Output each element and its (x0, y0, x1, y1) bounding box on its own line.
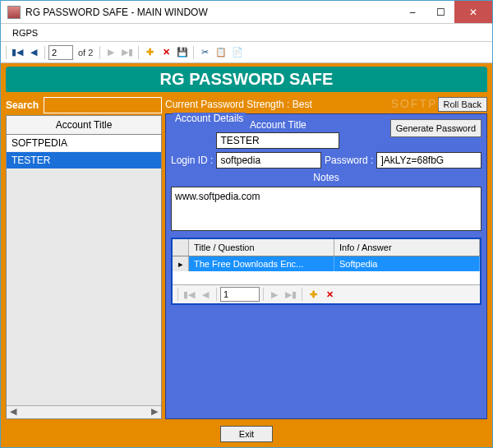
search-label: Search (6, 99, 39, 111)
sub-nav-prev-icon[interactable]: ◀ (198, 287, 213, 302)
scroll-left-icon[interactable]: ◀ (7, 406, 20, 418)
sub-nav-first-icon[interactable]: ▮◀ (182, 287, 196, 302)
qa-subgrid: Title / Question Info / Answer ▸ The Fre… (171, 238, 481, 305)
login-id-label: Login ID : (171, 155, 213, 166)
grid-row[interactable]: TESTER (7, 152, 161, 169)
nav-first-icon[interactable]: ▮◀ (10, 45, 25, 60)
menubar: RGPS (1, 24, 492, 42)
maximize-button[interactable] (426, 1, 454, 23)
paste-icon[interactable]: 📄 (230, 45, 245, 60)
sub-page-input[interactable] (220, 287, 260, 302)
delete-icon[interactable]: ✕ (159, 45, 173, 60)
sub-navigator: ▮◀ ◀ ▶ ▶▮ ✚ ✕ (173, 284, 480, 303)
sub-col-info[interactable]: Info / Answer (334, 239, 480, 256)
sub-rowheader[interactable] (173, 239, 189, 256)
page-input[interactable] (48, 45, 73, 60)
minimize-button[interactable] (399, 1, 426, 23)
sub-nav-last-icon[interactable]: ▶▮ (283, 287, 298, 302)
password-input[interactable] (376, 152, 481, 169)
sub-col-title[interactable]: Title / Question (189, 239, 334, 256)
window-title: RG PASSWORD SAFE - MAIN WINDOW (25, 7, 399, 18)
grid-header[interactable]: Account Title (7, 116, 161, 135)
content-area: RG PASSWORD SAFE Search Account Title SO… (1, 63, 492, 447)
search-input[interactable] (44, 97, 162, 113)
nav-next-icon[interactable]: ▶ (104, 45, 118, 60)
copy-icon[interactable]: 📋 (214, 45, 228, 60)
scroll-right-icon[interactable]: ▶ (148, 406, 161, 418)
sub-nav-next-icon[interactable]: ▶ (267, 287, 282, 302)
login-id-input[interactable] (216, 152, 321, 169)
sub-row-indicator-icon[interactable]: ▸ (173, 256, 189, 271)
accounts-grid: Account Title SOFTPEDIA TESTER ◀ ▶ (6, 115, 162, 419)
group-label: Account Details (173, 113, 246, 124)
nav-last-icon[interactable]: ▶▮ (120, 45, 135, 60)
grid-scrollbar[interactable]: ◀ ▶ (7, 405, 161, 418)
titlebar: RG PASSWORD SAFE - MAIN WINDOW (1, 1, 492, 24)
app-title: RG PASSWORD SAFE (6, 67, 487, 92)
cut-icon[interactable]: ✂ (197, 45, 212, 60)
main-window: RG PASSWORD SAFE - MAIN WINDOW RGPS ▮◀ ◀… (0, 0, 493, 448)
password-label: Password : (325, 155, 373, 166)
rollback-button[interactable]: Roll Back (438, 97, 487, 112)
nav-prev-icon[interactable]: ◀ (26, 45, 41, 60)
page-of-label: of 2 (75, 48, 96, 58)
right-column: Current Password Strength : Best SOFTPED… (165, 97, 487, 419)
notes-label: Notes (171, 172, 481, 183)
main-toolbar: ▮◀ ◀ of 2 ▶ ▶▮ ✚ ✕ 💾 ✂ 📋 📄 (1, 42, 492, 63)
menu-rgps[interactable]: RGPS (6, 26, 44, 39)
sub-delete-icon[interactable]: ✕ (322, 287, 337, 302)
generate-password-button[interactable]: Generate Password (390, 119, 481, 137)
account-title-input[interactable] (216, 132, 339, 149)
app-icon (7, 6, 21, 19)
add-icon[interactable]: ✚ (142, 45, 157, 60)
close-button[interactable] (454, 1, 492, 23)
account-details-group: Account Details Account Title Generate P… (165, 113, 487, 419)
sub-cell[interactable]: Softpedia (334, 256, 480, 271)
exit-button[interactable]: Exit (220, 426, 273, 442)
sub-cell[interactable]: The Free Downloads Enc... (189, 256, 334, 271)
notes-textarea[interactable]: www.softpedia.com (171, 187, 481, 231)
strength-label: Current Password Strength : Best (165, 99, 433, 110)
left-column: Search Account Title SOFTPEDIA TESTER ◀ … (6, 97, 162, 419)
sub-add-icon[interactable]: ✚ (306, 287, 320, 302)
grid-row[interactable]: SOFTPEDIA (7, 135, 161, 152)
save-icon[interactable]: 💾 (175, 45, 190, 60)
